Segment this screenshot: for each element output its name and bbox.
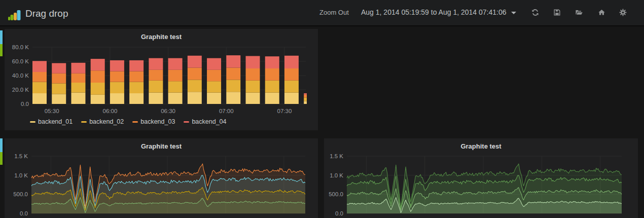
bar-segment[interactable] — [245, 81, 260, 93]
panel-graphite-lines-left: Graphite test 0.0500.01.0 K1.5 K — [5, 138, 318, 218]
bar-segment[interactable] — [52, 83, 66, 94]
bar-segment[interactable] — [304, 97, 307, 101]
bar-segment[interactable] — [188, 80, 202, 92]
y-tick-label: 1.5 K — [330, 153, 343, 159]
navbar: Drag drop Zoom Out Aug 1, 2014 05:19:59 … — [0, 0, 644, 26]
legend-color-dash — [30, 121, 35, 123]
bar-segment[interactable] — [265, 81, 279, 93]
bar-segment[interactable] — [284, 81, 299, 93]
bar-segment[interactable] — [32, 72, 47, 82]
bar-segment[interactable] — [52, 94, 66, 104]
bar-segment[interactable] — [71, 83, 85, 93]
bar-segment[interactable] — [245, 56, 260, 69]
bar-segment[interactable] — [52, 74, 66, 84]
bar-segment[interactable] — [129, 82, 144, 93]
bar-segment[interactable] — [245, 93, 260, 104]
row1-handle-green[interactable] — [0, 44, 3, 56]
y-tick-label: 500.0 — [13, 191, 28, 197]
row1-handle-cyan[interactable] — [0, 30, 3, 44]
bar-segment[interactable] — [149, 70, 163, 81]
row2-handle-cyan[interactable] — [0, 138, 3, 152]
legend-color-dash — [81, 121, 87, 123]
legend-item[interactable]: backend_04 — [184, 118, 226, 125]
bar-segment[interactable] — [32, 82, 47, 93]
bar-segment[interactable] — [207, 58, 221, 70]
bar-segment[interactable] — [110, 60, 124, 71]
bar-segment[interactable] — [149, 81, 163, 93]
time-range-label: Aug 1, 2014 05:19:59 to Aug 1, 2014 07:4… — [361, 8, 506, 16]
bar-segment[interactable] — [188, 68, 202, 80]
bar-segment[interactable] — [71, 63, 85, 74]
bar-segment[interactable] — [168, 70, 183, 81]
bar-segment[interactable] — [226, 68, 240, 80]
refresh-icon[interactable] — [531, 9, 539, 17]
bar-segment[interactable] — [188, 92, 202, 104]
bar-segment[interactable] — [207, 81, 221, 92]
bar-segment[interactable] — [226, 80, 240, 92]
bar-segment[interactable] — [129, 60, 144, 71]
bar-segment[interactable] — [304, 95, 307, 98]
save-icon[interactable] — [553, 9, 561, 17]
bar-segment[interactable] — [265, 93, 279, 104]
bar-segment[interactable] — [284, 93, 299, 104]
bar-segment[interactable] — [284, 56, 299, 68]
panel-graphite-lines-right: Graphite test 0.0500.01.0 K1.5 K — [324, 138, 638, 218]
bar-segment[interactable] — [188, 56, 202, 68]
bar-segment[interactable] — [91, 83, 105, 95]
bar-segment[interactable] — [226, 92, 240, 104]
bar-segment[interactable] — [110, 71, 124, 82]
bar-segment[interactable] — [129, 71, 144, 82]
bar-segment[interactable] — [207, 93, 221, 104]
page-title: Drag drop — [25, 7, 68, 20]
open-folder-icon[interactable] — [575, 9, 583, 17]
bar-segment[interactable] — [265, 68, 279, 81]
x-tick-label: 05:30 — [45, 108, 59, 114]
bar-segment[interactable] — [226, 55, 240, 68]
legend-item[interactable]: backend_03 — [132, 118, 175, 125]
legend: backend_01backend_02backend_03backend_04 — [30, 118, 235, 125]
legend-label: backend_02 — [89, 118, 124, 125]
bar-segment[interactable] — [71, 93, 85, 104]
line-chart-plot-left[interactable]: 0.0500.01.0 K1.5 K — [5, 138, 318, 218]
legend-item[interactable]: backend_01 — [30, 118, 73, 125]
bar-segment[interactable] — [129, 93, 144, 104]
y-tick-label: 40.0 K — [12, 72, 29, 79]
bar-segment[interactable] — [168, 58, 183, 70]
bar-chart-plot[interactable]: 0.020.0 K40.0 K60.0 K80.0 K05:3006:0006:… — [5, 29, 318, 118]
bar-segment[interactable] — [207, 70, 221, 81]
y-tick-label: 500.0 — [329, 191, 343, 197]
bar-segment[interactable] — [168, 93, 183, 104]
bar-segment[interactable] — [91, 70, 105, 83]
row2-handle-green[interactable] — [0, 152, 3, 165]
bar-segment[interactable] — [304, 93, 307, 95]
bar-segment[interactable] — [168, 81, 183, 92]
bar-segment[interactable] — [91, 95, 105, 104]
bar-segment[interactable] — [91, 59, 105, 70]
y-tick-label: 0.0 — [20, 210, 28, 216]
bar-segment[interactable] — [110, 82, 124, 93]
home-icon[interactable] — [597, 9, 605, 17]
y-tick-label: 0.0 — [21, 101, 29, 107]
bar-segment[interactable] — [284, 68, 299, 81]
bar-segment[interactable] — [265, 56, 279, 68]
bar-segment[interactable] — [52, 63, 66, 74]
bar-segment[interactable] — [245, 68, 260, 81]
bar-segment[interactable] — [71, 74, 85, 83]
y-tick-label: 80.0 K — [12, 44, 29, 50]
bar-segment[interactable] — [110, 93, 124, 104]
gear-icon[interactable] — [619, 9, 627, 17]
legend-item[interactable]: backend_02 — [81, 118, 124, 125]
zoom-out-button[interactable]: Zoom Out — [319, 9, 349, 16]
dashboard-title-link[interactable]: Drag drop — [8, 6, 68, 20]
bar-segment[interactable] — [149, 93, 163, 104]
y-tick-label: 60.0 K — [12, 58, 29, 64]
bar-segment[interactable] — [32, 93, 47, 104]
x-tick-label: 06:30 — [161, 108, 175, 114]
legend-label: backend_01 — [38, 118, 73, 125]
line-chart-plot-right[interactable]: 0.0500.01.0 K1.5 K — [324, 138, 638, 218]
bar-segment[interactable] — [304, 101, 307, 104]
caret-down-icon — [511, 12, 516, 14]
bar-segment[interactable] — [32, 61, 47, 72]
bar-segment[interactable] — [149, 58, 163, 70]
time-picker-button[interactable]: Aug 1, 2014 05:19:59 to Aug 1, 2014 07:4… — [361, 8, 516, 16]
